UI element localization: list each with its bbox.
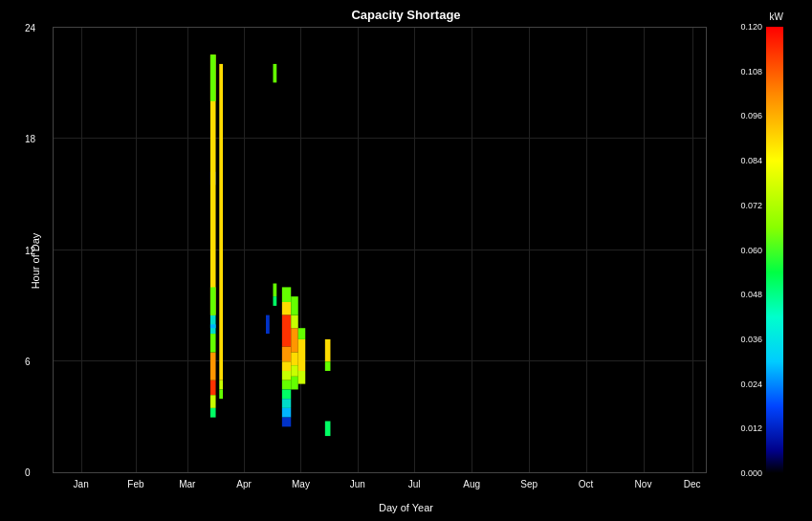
x-tick: May bbox=[292, 479, 310, 489]
colorbar-tick: 0.036 bbox=[740, 335, 762, 344]
grid-line-vertical bbox=[529, 28, 530, 472]
colorbar-unit: kW bbox=[770, 11, 783, 22]
x-tick: Jan bbox=[74, 479, 89, 489]
y-tick: 6 bbox=[25, 356, 31, 366]
grid-line-vertical bbox=[586, 28, 587, 472]
grid-line-vertical bbox=[187, 28, 188, 472]
grid-line-vertical bbox=[81, 28, 82, 472]
colorbar-svg bbox=[766, 27, 783, 473]
x-axis-label: Day of Year bbox=[379, 502, 433, 513]
colorbar: kW 0.1200.1080.0960.0840.0720.0600.0480 bbox=[766, 27, 783, 473]
grid-line-vertical bbox=[692, 28, 693, 472]
x-tick: Feb bbox=[127, 479, 143, 489]
grid-line-vertical bbox=[136, 28, 137, 472]
x-tick: Oct bbox=[579, 479, 594, 489]
colorbar-tick: 0.048 bbox=[740, 290, 762, 299]
y-tick: 12 bbox=[25, 245, 35, 255]
grid-line-vertical bbox=[414, 28, 415, 472]
x-tick: Nov bbox=[635, 479, 652, 489]
grid-line-horizontal bbox=[54, 138, 706, 139]
x-tick: Dec bbox=[684, 479, 701, 489]
grid-line-horizontal bbox=[54, 360, 706, 361]
colorbar-tick: 0.096 bbox=[740, 111, 762, 120]
colorbar-tick: 0.024 bbox=[740, 380, 762, 389]
grid-line-vertical bbox=[472, 28, 472, 472]
chart-title: Capacity Shortage bbox=[351, 8, 460, 22]
x-tick: Apr bbox=[236, 479, 252, 489]
grid-line-vertical bbox=[644, 28, 645, 472]
grid-line-horizontal bbox=[54, 250, 706, 250]
x-tick: Sep bbox=[520, 479, 538, 489]
y-tick: 0 bbox=[25, 467, 31, 478]
x-tick: Mar bbox=[179, 479, 195, 489]
svg-rect-0 bbox=[766, 27, 783, 473]
colorbar-tick: 0.060 bbox=[740, 246, 762, 255]
colorbar-tick: 0.012 bbox=[740, 423, 762, 433]
colorbar-tick: 0.000 bbox=[740, 468, 762, 478]
grid-line-vertical bbox=[358, 28, 359, 472]
colorbar-tick: 0.108 bbox=[740, 67, 762, 76]
chart-container: Capacity Shortage Hour of Day Day of Yea… bbox=[0, 0, 812, 521]
colorbar-tick: 0.072 bbox=[740, 201, 762, 210]
grid-line-vertical bbox=[300, 28, 301, 472]
grid-line-vertical bbox=[244, 28, 245, 472]
colorbar-tick: 0.084 bbox=[740, 156, 762, 165]
x-tick: Aug bbox=[463, 479, 480, 489]
y-tick: 24 bbox=[25, 23, 35, 33]
y-tick: 18 bbox=[25, 134, 35, 144]
colorbar-tick: 0.120 bbox=[740, 22, 762, 32]
x-tick: Jul bbox=[408, 479, 421, 489]
y-axis-label: Hour of Day bbox=[30, 232, 41, 289]
plot-area: 06121824JanFebMarAprMayJunJulAugSepOctNo… bbox=[53, 27, 707, 473]
x-tick: Jun bbox=[350, 479, 365, 489]
